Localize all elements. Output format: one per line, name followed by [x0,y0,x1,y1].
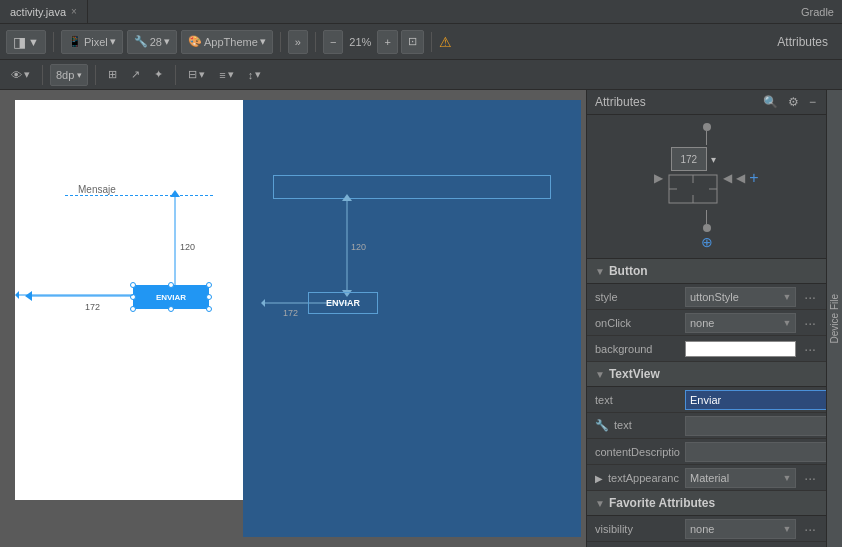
attr-row-visibility: visibility none ▼ ··· [587,516,826,542]
text-icon-input[interactable] [685,416,826,436]
magic-btn[interactable]: ✦ [149,64,168,86]
attr-row-background: background ··· [587,336,826,362]
svg-text:120: 120 [180,242,195,252]
margin-display: 8dp ▾ [50,64,88,86]
margin-value: 8dp [56,69,74,81]
handle-bm [168,306,174,312]
attr-search-btn[interactable]: 🔍 [761,94,780,110]
tab-bar: activity.java × Gradle [0,0,842,24]
attributes-title: Attributes [595,95,646,109]
guide-arrow: ▾ [255,68,261,81]
onclick-more-btn[interactable]: ··· [802,315,818,331]
design-dropdown-btn[interactable]: ◨ ▼ [6,30,46,54]
text-icon-value: ··· [685,416,826,436]
visibility-dropdown[interactable]: none ▼ [685,519,796,539]
theme-arrow: ▾ [260,35,266,48]
text-input-active[interactable] [685,390,826,410]
tab-label: activity.java [10,6,66,18]
text-label: text [595,394,685,406]
path-btn[interactable]: ↗ [126,64,145,86]
attr-minimize-btn[interactable]: − [807,94,818,110]
snap-icon: ⊞ [108,68,117,81]
attributes-label: Attributes [777,35,836,49]
visibility-more-btn[interactable]: ··· [802,521,818,537]
margin-arrow: ▾ [77,70,82,80]
tab-close-btn[interactable]: × [71,6,77,17]
visibility-dropdown-arrow: ▼ [782,524,791,534]
pixel-btn[interactable]: 📱 Pixel ▾ [61,30,123,54]
zoom-minus-btn[interactable]: − [323,30,343,54]
text-appearance-dropdown[interactable]: Material ▼ [685,468,796,488]
style-more-btn[interactable]: ··· [802,289,818,305]
layout-btn[interactable]: ⊟ ▾ [183,64,210,86]
style-value-text: uttonStyle [690,291,739,303]
attr-header-icons: 🔍 ⚙ − [761,94,818,110]
pixel-arrow: ▾ [110,35,116,48]
onclick-value: none ▼ ··· [685,313,818,333]
snap-btn[interactable]: ⊞ [103,64,122,86]
separator-6 [95,65,96,85]
background-color-box[interactable] [685,341,796,357]
svg-text:120: 120 [351,242,366,252]
zoom-fit-btn[interactable]: ⊡ [401,30,424,54]
button-collapse-arrow: ▼ [595,266,605,277]
layout-arrow: ▾ [199,68,205,81]
zoom-plus-icon: + [384,36,390,48]
theme-btn[interactable]: 🎨 AppTheme ▾ [181,30,273,54]
api-arrow: ▾ [164,35,170,48]
attr-row-text-icon: 🔧 text ··· [587,413,826,439]
handle-bl [130,306,136,312]
text-appearance-value: Material ▼ ··· [685,468,818,488]
flow-main-row: ▶ ▾ [654,147,758,208]
zoom-fit-icon: ⊡ [408,35,417,48]
flow-add-btn[interactable]: + [749,169,758,187]
content-desc-input[interactable] [685,442,826,462]
api-label: 28 [150,36,162,48]
secondary-toolbar: 👁 ▾ 8dp ▾ ⊞ ↗ ✦ ⊟ ▾ ≡ ▾ ↕ ▾ [0,60,842,90]
enviar-button-blue: ENVIAR [308,292,378,314]
onclick-dropdown[interactable]: none ▼ [685,313,796,333]
svg-text:172: 172 [283,308,298,318]
style-dropdown[interactable]: uttonStyle ▼ [685,287,796,307]
active-tab[interactable]: activity.java × [0,0,88,23]
button-section-label: Button [609,264,648,278]
eye-icon: 👁 [11,69,22,81]
onclick-label: onClick [595,317,685,329]
eye-btn[interactable]: 👁 ▾ [6,64,35,86]
flow-line-bottom [706,210,707,224]
blue-preview-panel: 120 172 ENVIAR [243,100,581,537]
background-more-btn[interactable]: ··· [802,341,818,357]
wrench-icon: 🔧 [595,419,609,431]
style-dropdown-arrow: ▼ [782,292,791,302]
canvas-area[interactable]: Mensaje 120 172 ENVIAR [0,90,586,547]
flow-value-input[interactable] [671,147,707,171]
favorite-section-header[interactable]: ▼ Favorite Attributes [587,491,826,516]
flow-dot-bottom [703,224,711,232]
zoom-plus-btn[interactable]: + [377,30,397,54]
attr-settings-btn[interactable]: ⚙ [786,94,801,110]
separator-2 [280,32,281,52]
guide-btn[interactable]: ↕ ▾ [243,64,267,86]
expand-btn[interactable]: » [288,30,308,54]
align-btn[interactable]: ≡ ▾ [214,64,238,86]
separator-4 [431,32,432,52]
zoom-area: − 21% + ⊡ [323,30,424,54]
separator-1 [53,32,54,52]
textview-section-header[interactable]: ▼ TextView [587,362,826,387]
button-section-header[interactable]: ▼ Button [587,259,826,284]
handle-mr [206,294,212,300]
enviar-blue-label: ENVIAR [326,298,360,308]
pixel-label: Pixel [84,36,108,48]
flow-add-bottom[interactable]: ⊕ [701,234,713,250]
magic-icon: ✦ [154,68,163,81]
flow-arrow-left: ▶ [654,171,663,185]
device-file-sidebar[interactable]: Device File [826,90,842,547]
content-desc-value: ··· [685,442,826,462]
api-btn[interactable]: 🔧 28 ▾ [127,30,177,54]
enviar-button-selected[interactable]: ENVIAR [133,285,209,309]
view-all-attributes[interactable]: View all attributes ↗ [587,542,826,547]
blue-dimension-arrows: 120 172 [243,100,581,537]
text-appearance-more-btn[interactable]: ··· [802,470,818,486]
enviar-label: ENVIAR [156,293,186,302]
visibility-value-text: none [690,523,714,535]
